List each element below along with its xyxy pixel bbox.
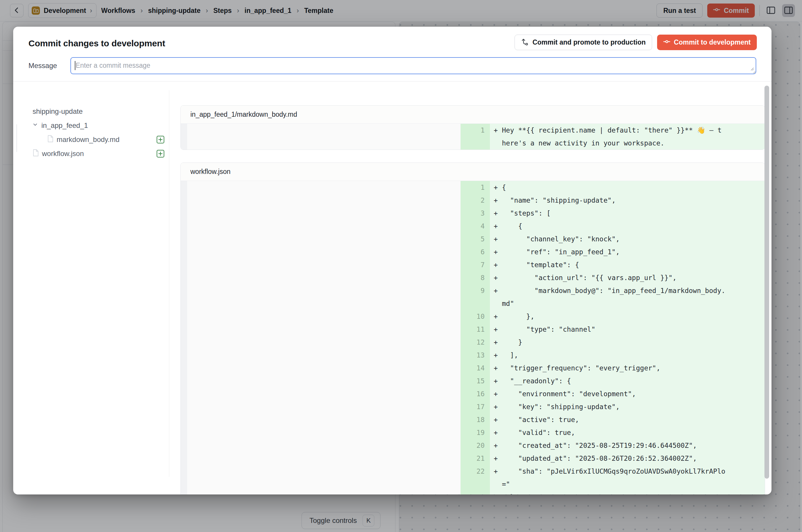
diff-line-row: 17+ "key": "shipping-update", (181, 400, 765, 413)
line-number: 12 (461, 336, 490, 349)
old-gutter (181, 491, 187, 494)
new-content: + "created_at": "2025-08-25T19:29:46.644… (490, 439, 765, 452)
code-text: "created_at": "2025-08-25T19:29:46.64450… (502, 439, 725, 452)
commit-to-development-button[interactable]: Commit to development (657, 35, 757, 50)
diff-line-row: 13+ ], (181, 349, 765, 362)
diff-added-icon[interactable] (156, 150, 165, 159)
new-content: + "key": "shipping-update", (490, 400, 765, 413)
code-text: "valid": true, (502, 426, 725, 439)
diff-plus-sign: + (494, 220, 502, 232)
line-number: 13 (461, 349, 490, 362)
old-content (187, 284, 461, 310)
code-text: Hey **{{ recipient.name | default: "ther… (502, 124, 725, 150)
tree-folder-row[interactable]: in_app_feed_1 (33, 118, 169, 133)
line-number: 5 (461, 232, 490, 245)
diff-line-row: 15+ "__readonly": { (181, 375, 765, 387)
diff-plus-sign: + (494, 323, 502, 336)
old-content (187, 349, 461, 362)
new-content: + "environment": "development", (490, 387, 765, 400)
code-text: "markdown_body@": "in_app_feed_1/markdow… (502, 284, 725, 310)
line-number: 16 (461, 387, 490, 400)
old-content (187, 323, 461, 336)
line-number: 8 (461, 271, 490, 284)
old-gutter (181, 387, 187, 400)
new-content: + "template": { (490, 259, 765, 271)
line-number: 11 (461, 323, 490, 336)
new-content: + "channel_key": "knock", (490, 232, 765, 245)
old-content (187, 220, 461, 232)
old-gutter (181, 375, 187, 387)
new-content: + }, (490, 310, 765, 323)
diff-line-row: 4+ { (181, 220, 765, 232)
diff-line-row: 23+ } (181, 491, 765, 494)
old-content (187, 310, 461, 323)
old-content (187, 413, 461, 426)
old-content (187, 207, 461, 220)
diff-card: in_app_feed_1/markdown_body.md1+Hey **{{… (181, 105, 765, 150)
old-gutter (181, 181, 187, 194)
commit-and-promote-button[interactable]: Commit and promote to production (515, 35, 652, 50)
diff-plus-sign: + (494, 194, 502, 207)
scrollbar[interactable] (764, 86, 769, 479)
new-content: +{ (490, 181, 765, 194)
new-content: +Hey **{{ recipient.name | default: "the… (490, 124, 765, 150)
diff-plus-sign: + (494, 336, 502, 349)
old-gutter (181, 400, 187, 413)
new-content: + "steps": [ (490, 207, 765, 220)
commit-message-row: Message (29, 57, 756, 74)
code-text: "template": { (502, 259, 725, 271)
tree-file-row[interactable]: markdown_body.md (33, 133, 169, 147)
old-content (187, 194, 461, 207)
new-content: + "markdown_body@": "in_app_feed_1/markd… (490, 284, 765, 310)
old-content (187, 400, 461, 413)
modal-header: Commit changes to development Commit and… (13, 27, 771, 81)
diff-line-row: 20+ "created_at": "2025-08-25T19:29:46.6… (181, 439, 765, 452)
diff-line-row: 3+ "steps": [ (181, 207, 765, 220)
diff-plus-sign: + (494, 259, 502, 271)
new-content: + "active": true, (490, 413, 765, 426)
old-gutter (181, 413, 187, 426)
code-text: "ref": "in_app_feed_1", (502, 245, 725, 259)
old-content (187, 181, 461, 194)
line-number: 2 (461, 194, 490, 207)
text-caret (75, 61, 75, 70)
chevron-down-icon[interactable] (32, 121, 38, 130)
commit-message-input[interactable] (70, 57, 756, 74)
tree-folder-label: in_app_feed_1 (41, 121, 88, 130)
old-content (187, 465, 461, 491)
diff-line-row: 1+Hey **{{ recipient.name | default: "th… (181, 124, 765, 150)
code-text: "key": "shipping-update", (502, 400, 725, 413)
code-text: "__readonly": { (502, 375, 725, 387)
diff-plus-sign: + (494, 439, 502, 452)
old-gutter (181, 245, 187, 259)
line-number: 1 (461, 124, 490, 150)
code-text: "environment": "development", (502, 387, 725, 400)
code-text: "trigger_frequency": "every_trigger", (502, 362, 725, 375)
diff-line-row: 9+ "markdown_body@": "in_app_feed_1/mark… (181, 284, 765, 310)
old-content (187, 491, 461, 494)
old-gutter (181, 194, 187, 207)
new-content: + "valid": true, (490, 426, 765, 439)
diff-file-name: in_app_feed_1/markdown_body.md (181, 106, 765, 124)
old-gutter (181, 220, 187, 232)
old-content (187, 439, 461, 452)
diff-line-row: 14+ "trigger_frequency": "every_trigger"… (181, 362, 765, 375)
line-number: 6 (461, 245, 490, 259)
tree-file-row[interactable]: workflow.json (33, 147, 169, 161)
code-text: } (502, 491, 725, 494)
diff-plus-sign: + (494, 310, 502, 323)
old-gutter (181, 439, 187, 452)
diff-line-row: 8+ "action_url": "{{ vars.app_url }}", (181, 271, 765, 284)
diff-plus-sign: + (494, 232, 502, 245)
old-gutter (181, 284, 187, 310)
diff-added-icon[interactable] (156, 135, 165, 146)
diff-plus-sign: + (494, 124, 502, 150)
line-number: 14 (461, 362, 490, 375)
new-content: + } (490, 491, 765, 494)
resize-grip-icon[interactable] (749, 66, 754, 72)
diff-line-row: 12+ } (181, 336, 765, 349)
old-content (187, 271, 461, 284)
new-content: + "updated_at": "2025-08-26T20:26:52.364… (490, 452, 765, 465)
new-content: + "ref": "in_app_feed_1", (490, 245, 765, 259)
commit-icon (663, 38, 670, 47)
